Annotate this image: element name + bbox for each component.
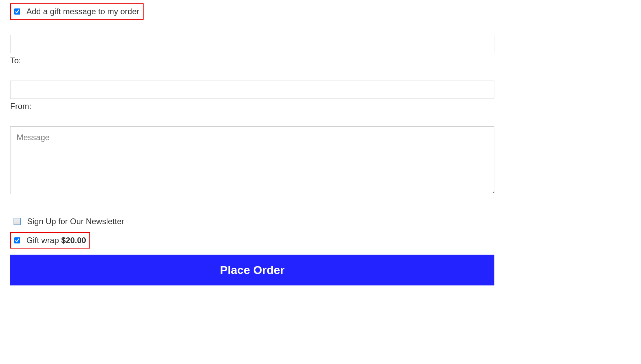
gift-wrap-row: Gift wrap $20.00 [10,232,90,249]
newsletter-row: Sign Up for Our Newsletter [10,214,494,229]
place-order-button[interactable]: Place Order [10,255,494,285]
gift-wrap-label: Gift wrap $20.00 [26,236,86,245]
from-label: From: [10,102,494,111]
to-label: To: [10,56,494,65]
gift-wrap-price: $20.00 [61,236,86,245]
from-input[interactable] [10,81,494,99]
newsletter-checkbox[interactable] [14,218,21,225]
to-field-group: To: [10,35,494,65]
gift-wrap-checkbox[interactable] [14,237,20,243]
message-field-group [10,126,494,195]
message-textarea[interactable] [10,126,494,194]
to-input[interactable] [10,35,494,53]
checkout-form: Add a gift message to my order To: From:… [10,3,494,285]
gift-message-checkbox-row: Add a gift message to my order [10,3,144,20]
gift-message-checkbox[interactable] [14,8,20,15]
gift-message-label: Add a gift message to my order [26,7,140,16]
newsletter-label: Sign Up for Our Newsletter [27,217,124,226]
from-field-group: From: [10,81,494,111]
